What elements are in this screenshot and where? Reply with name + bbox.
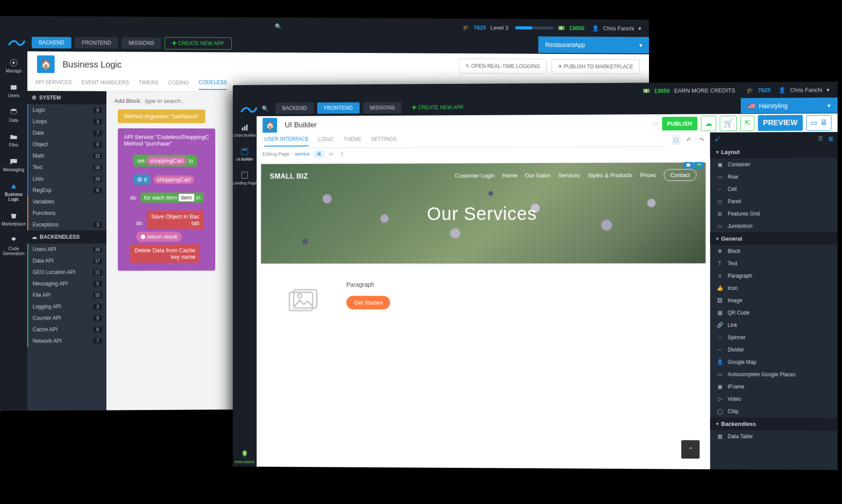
nav-instructions[interactable]: Instructions [233, 447, 257, 467]
nav-business-logic[interactable]: Business Logic [0, 179, 27, 204]
component-block[interactable]: ❖Block [710, 245, 838, 257]
app-select-dropdown[interactable]: 🇺🇸Hairstyling ▾ [741, 98, 838, 113]
tree-item-loops[interactable]: Loops3 [27, 116, 106, 127]
var-item[interactable]: item [178, 194, 194, 201]
nav-contact[interactable]: Contact [664, 169, 697, 181]
nav-services[interactable]: Services [558, 172, 580, 179]
nav-code-generation[interactable]: Code Generation [0, 233, 27, 259]
subtab-event-handlers[interactable]: EVENT HANDLERS [81, 79, 129, 89]
nav-manage[interactable]: Manage [0, 56, 27, 76]
grid-tab-icon[interactable]: ▦ [828, 135, 833, 142]
nav-ui-builder[interactable]: UI Builder [233, 144, 257, 164]
component-cell[interactable]: ▫Cell [710, 183, 838, 196]
ui-canvas[interactable]: 💬 🧩 SMALL BIZ Customer Login Home Our Sa… [257, 158, 710, 469]
viewport-mobile-icon[interactable]: ▯ [338, 150, 346, 158]
add-block-search-input[interactable] [145, 98, 219, 104]
component-chip[interactable]: ◯Chip [710, 405, 838, 418]
canvas-content-row[interactable]: Paragraph Get Started [261, 281, 706, 321]
nav-chart-builder[interactable]: Chart Builder [233, 120, 257, 140]
component-data-table[interactable]: ▦Data Table [710, 430, 838, 443]
tab-missions[interactable]: MISSIONS [121, 37, 161, 49]
scroll-to-top-button[interactable]: ⌃ [681, 440, 700, 459]
cart-button[interactable]: 🛒 [720, 116, 737, 131]
home-button[interactable]: 🏠 [262, 118, 277, 133]
block-if[interactable]: ⚙ if [133, 174, 150, 184]
image-placeholder[interactable] [278, 281, 329, 320]
tree-system-header[interactable]: ⚙SYSTEM [27, 91, 106, 105]
component-panel[interactable]: ◻Panel [710, 195, 838, 208]
preview-desktop-icon[interactable]: 🖥 [820, 118, 827, 128]
tree-item-data-api[interactable]: Data API17 [27, 255, 106, 267]
block-method-argument[interactable]: Method Argument "cartName" [118, 109, 205, 123]
earn-more-credits-link[interactable]: EARN MORE CREDITS [674, 87, 735, 94]
subtab-user-interface[interactable]: USER INTERFACE [264, 136, 309, 147]
section-general[interactable]: General [710, 232, 838, 245]
tree-item-variables[interactable]: Variables [27, 196, 106, 207]
component-paragraph[interactable]: ≡Paragraph [710, 270, 838, 282]
tab-frontend[interactable]: FRONTEND [317, 102, 360, 114]
component-text[interactable]: TText [710, 257, 838, 270]
subtab-timers[interactable]: TIMERS [139, 79, 159, 89]
viewport-tablet-icon[interactable]: ▭ [326, 150, 336, 158]
component-divider[interactable]: ⋯Divider [710, 343, 838, 356]
chip-comment-icon[interactable]: 💬 [683, 162, 693, 169]
tree-item-geo-location-api[interactable]: GEO Location API11 [27, 267, 106, 278]
nav-users[interactable]: Users [0, 80, 27, 101]
tree-item-object[interactable]: Object8 [27, 139, 106, 150]
brush-tab-icon[interactable]: 🖌 [714, 136, 720, 142]
tree-item-counter-api[interactable]: Counter API9 [27, 312, 106, 324]
subtab-codeless[interactable]: CODELESS [199, 79, 227, 90]
tree-item-date[interactable]: Date7 [27, 127, 106, 139]
list-tab-icon[interactable]: ☰ [818, 135, 823, 142]
component-video[interactable]: ▷Video [710, 393, 838, 406]
nav-our-salon[interactable]: Our Salon [525, 172, 550, 179]
user-name[interactable]: Chris Fanchi [790, 87, 822, 93]
subtab-logic[interactable]: LOGIC [318, 136, 334, 146]
tree-item-regexp[interactable]: RegExp6 [27, 184, 106, 196]
subtab-theme[interactable]: THEME [344, 136, 362, 146]
var-shoppingcart[interactable]: shoppingCart [146, 157, 187, 165]
tree-item-cache-api[interactable]: Cache API8 [27, 323, 106, 335]
component-image[interactable]: 🖼Image [710, 294, 838, 307]
component-icon[interactable]: 👍Icon [710, 282, 838, 294]
tree-item-file-api[interactable]: File API15 [27, 289, 106, 301]
block-for-each[interactable]: for each item item in [140, 192, 204, 203]
get-started-button[interactable]: Get Started [346, 296, 391, 309]
create-new-app-button[interactable]: ✚ CREATE NEW APP [405, 102, 470, 113]
chip-puzzle-icon[interactable]: 🧩 [694, 162, 704, 169]
paragraph-block[interactable]: Paragraph Get Started [346, 281, 391, 320]
component-container[interactable]: ▣Container [710, 158, 838, 171]
tree-item-network-api[interactable]: Network API7 [27, 335, 106, 347]
nav-styles-products[interactable]: Styles & Products [588, 172, 632, 178]
component-google-map[interactable]: 👤Google Map [710, 356, 838, 369]
nav-marketplace[interactable]: Marketplace [0, 209, 27, 229]
canvas-hero-section[interactable]: 💬 🧩 SMALL BIZ Customer Login Home Our Sa… [261, 162, 706, 263]
tree-item-messaging-api[interactable]: Messaging API5 [27, 278, 106, 290]
user-chevron-down-icon[interactable]: ▾ [827, 87, 830, 93]
nav-data[interactable]: Data [0, 105, 27, 125]
tree-item-logic[interactable]: Logic9 [27, 104, 106, 116]
section-layout[interactable]: Layout [710, 145, 838, 158]
user-name[interactable]: Chris Fanchi [603, 25, 634, 31]
search-icon[interactable]: 🔍 [262, 105, 268, 112]
nav-landing-page[interactable]: Landing Page [233, 168, 257, 188]
nav-prices[interactable]: Prices [640, 172, 656, 178]
tab-missions[interactable]: MISSIONS [363, 102, 402, 113]
nav-messaging[interactable]: Messaging [0, 154, 27, 175]
user-avatar-icon[interactable]: 👤 [592, 25, 599, 31]
tree-item-exceptions[interactable]: Exceptions3 [27, 219, 106, 230]
tab-backend[interactable]: BACKEND [275, 102, 314, 114]
user-avatar-icon[interactable]: 👤 [778, 87, 785, 93]
subtab-coding[interactable]: CODING [168, 79, 189, 89]
search-icon[interactable]: 🔍 [275, 23, 282, 30]
block-api-service[interactable]: API Service "CodelessShoppingC Method "p… [118, 128, 215, 271]
tree-item-logging-api[interactable]: Logging API3 [27, 301, 106, 312]
component-spinner[interactable]: ◌Spinner [710, 331, 838, 344]
tree-item-math[interactable]: Math12 [27, 150, 106, 162]
cloud-upload-button[interactable]: ☁ [701, 116, 716, 131]
tree-item-users-api[interactable]: Users API16 [27, 244, 106, 255]
tab-frontend[interactable]: FRONTEND [75, 37, 118, 49]
preview-mobile-icon[interactable]: ▭ [810, 118, 817, 128]
subtab-api-services[interactable]: API SERVICES [35, 79, 72, 89]
section-backendless[interactable]: Backendless [710, 417, 838, 431]
